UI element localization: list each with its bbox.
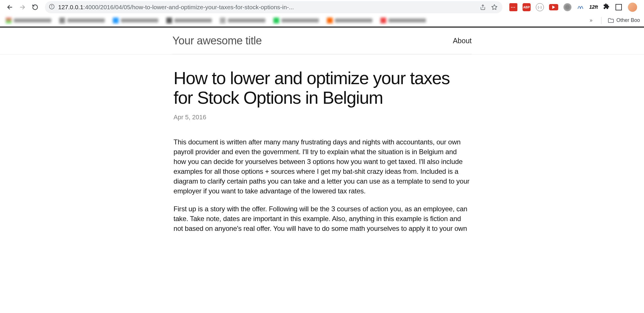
svg-marker-7 bbox=[552, 5, 555, 9]
extension-lastpass-icon[interactable]: ••• bbox=[509, 3, 517, 11]
site-title-link[interactable]: Your awesome title bbox=[172, 35, 262, 47]
reload-button[interactable] bbox=[29, 1, 41, 13]
bookmark-item[interactable] bbox=[272, 16, 321, 24]
post-body: This document is written after many many… bbox=[174, 137, 470, 234]
extensions-menu-icon[interactable] bbox=[603, 3, 609, 11]
browser-toolbar: 127.0.0.1:4000/2016/04/05/how-to-lower-a… bbox=[0, 0, 644, 14]
bookmarks-overflow-icon[interactable]: » bbox=[587, 17, 595, 23]
post-date: Apr 5, 2016 bbox=[174, 114, 470, 121]
back-button[interactable] bbox=[4, 1, 16, 13]
bookmark-item[interactable] bbox=[379, 16, 428, 24]
bookmark-item[interactable] bbox=[325, 16, 374, 24]
post-content: How to lower and optimize your taxes for… bbox=[172, 68, 472, 233]
address-bar[interactable]: 127.0.0.1:4000/2016/04/05/how-to-lower-a… bbox=[45, 1, 502, 13]
extension-adblock-icon[interactable]: ABP bbox=[523, 3, 531, 11]
share-icon[interactable] bbox=[479, 3, 487, 11]
url-path: :4000/2016/04/05/how-to-lower-and-optimi… bbox=[83, 4, 294, 10]
bookmark-item[interactable] bbox=[111, 16, 160, 24]
extension-gray-icon[interactable] bbox=[563, 3, 571, 11]
post-title: How to lower and optimize your taxes for… bbox=[174, 68, 470, 108]
bookmarks-bar: » Other Boo bbox=[0, 14, 644, 27]
extension-devtools-icon[interactable]: {··} bbox=[536, 3, 544, 11]
other-bookmarks-label: Other Boo bbox=[616, 17, 640, 23]
site-header: Your awesome title About bbox=[172, 28, 472, 54]
extension-wing-icon[interactable] bbox=[577, 3, 584, 12]
site-info-icon[interactable] bbox=[49, 4, 55, 11]
svg-marker-6 bbox=[492, 5, 497, 10]
post-paragraph: First up is a story with the offer. Foll… bbox=[174, 204, 470, 233]
url-host: 127.0.0.1 bbox=[58, 4, 83, 10]
bookmark-item[interactable] bbox=[165, 16, 214, 24]
bookmark-item[interactable] bbox=[218, 16, 267, 24]
extension-youtube-icon[interactable] bbox=[549, 4, 558, 10]
bookmark-star-icon[interactable] bbox=[490, 3, 498, 11]
divider bbox=[601, 17, 601, 24]
extensions-area: ••• ABP {··} 12ft bbox=[506, 3, 640, 12]
nav-about-link[interactable]: About bbox=[453, 37, 472, 45]
extension-12ft-icon[interactable]: 12ft bbox=[589, 4, 598, 10]
side-panel-icon[interactable] bbox=[615, 3, 623, 11]
forward-button[interactable] bbox=[17, 1, 28, 13]
other-bookmarks-folder[interactable]: Other Boo bbox=[608, 17, 640, 23]
svg-point-4 bbox=[52, 5, 52, 6]
bookmark-item[interactable] bbox=[58, 16, 106, 24]
bookmark-item[interactable] bbox=[4, 16, 53, 24]
site-nav: About bbox=[453, 37, 472, 45]
post-paragraph: This document is written after many many… bbox=[174, 137, 470, 196]
profile-avatar-icon[interactable] bbox=[628, 3, 637, 12]
url-text: 127.0.0.1:4000/2016/04/05/how-to-lower-a… bbox=[58, 4, 475, 11]
